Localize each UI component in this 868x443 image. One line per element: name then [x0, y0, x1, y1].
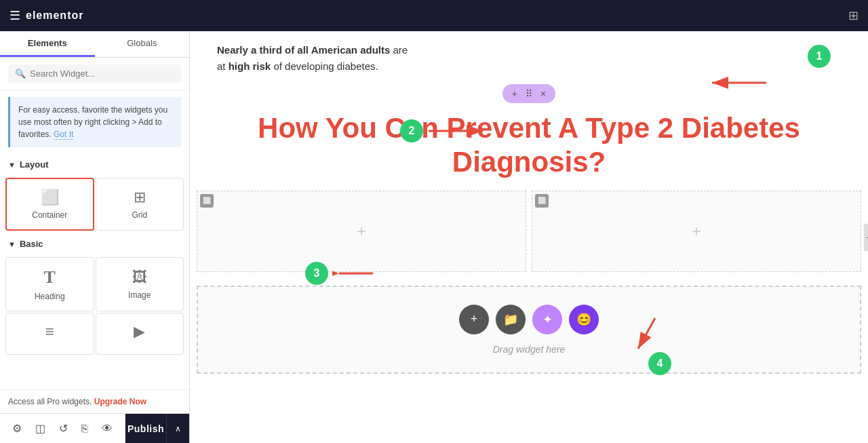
- upgrade-link[interactable]: Upgrade Now: [94, 397, 146, 406]
- search-box: 🔍: [8, 64, 181, 83]
- annotation-1: 1: [808, 45, 831, 68]
- widget-grid-label: Grid: [132, 210, 147, 220]
- pro-notice: Access all Pro widgets. Upgrade Now: [0, 389, 189, 413]
- tab-globals[interactable]: Globals: [95, 31, 190, 57]
- search-icon: 🔍: [15, 69, 26, 79]
- col1-plus[interactable]: +: [357, 222, 366, 241]
- widget-grid[interactable]: ⊞ Grid: [96, 178, 184, 231]
- pro-notice-text: Access all Pro widgets.: [8, 397, 92, 406]
- top-bar: ☰ elementor ⊞: [0, 0, 868, 31]
- favorites-text: For easy access, favorite the widgets yo…: [18, 105, 167, 139]
- widget-4[interactable]: ▶: [96, 313, 184, 355]
- publish-button[interactable]: Publish: [125, 414, 166, 443]
- drop-zone: + 📁 ✦ 😊 Drag widget here: [197, 286, 861, 374]
- panel-tabs: Elements Globals: [0, 31, 189, 58]
- templates-button[interactable]: ⎘: [76, 419, 94, 439]
- section-basic-label: Basic: [20, 239, 43, 249]
- got-it-link[interactable]: Got It: [54, 130, 73, 140]
- column-toolbar: + ⠿ ×: [502, 84, 555, 103]
- heading-icon: T: [44, 267, 56, 288]
- app-title: elementor: [26, 9, 83, 22]
- section-layout-label: Layout: [20, 159, 49, 170]
- widget-container[interactable]: ⬜ Container: [5, 178, 94, 231]
- widget-heading-label: Heading: [35, 292, 65, 301]
- col2-handle[interactable]: ⬜: [535, 194, 549, 208]
- drop-zone-buttons: + 📁 ✦ 😊: [459, 305, 599, 334]
- drop-zone-label: Drag widget here: [493, 344, 566, 355]
- widget-image-label: Image: [128, 290, 151, 300]
- col1-handle[interactable]: ⬜: [200, 194, 214, 208]
- settings-button[interactable]: ⚙: [7, 418, 27, 439]
- publish-section: Publish ∧: [125, 414, 189, 443]
- bottom-tools: ⚙ ◫ ↺ ⎘ 👁: [0, 414, 125, 443]
- article-title: How You Can Prevent A Type 2 Diabetes Di…: [190, 106, 868, 191]
- dz-emoji-button[interactable]: 😊: [569, 305, 599, 334]
- image-icon: 🖼: [132, 269, 147, 286]
- annotation-1-circle: 1: [808, 45, 831, 68]
- canvas-area: ◀ Nearly a third of all American adults …: [190, 31, 868, 443]
- column-1[interactable]: ⬜ +: [197, 191, 526, 272]
- main-layout: Elements Globals 🔍 For easy access, favo…: [0, 31, 868, 443]
- col-add-button[interactable]: +: [509, 87, 520, 100]
- widget4-icon: ▶: [134, 323, 145, 341]
- two-columns: ⬜ + ⬜ +: [197, 191, 861, 272]
- container-icon: ⬜: [41, 189, 59, 206]
- basic-widget-grid: T Heading 🖼 Image ≡ ▶: [0, 254, 189, 358]
- annotation-2: 2: [400, 119, 496, 142]
- history-button[interactable]: ↺: [54, 418, 73, 439]
- article-header-bold2: high risk: [229, 60, 271, 72]
- collapse-handle[interactable]: ◀: [864, 224, 868, 251]
- layers-button[interactable]: ◫: [30, 418, 51, 439]
- canvas-content: Nearly a third of all American adults ar…: [190, 31, 868, 443]
- article-header-bold: Nearly a third of all American adults: [217, 44, 390, 56]
- tab-elements[interactable]: Elements: [0, 31, 95, 57]
- arrow-1: [698, 69, 780, 99]
- annotation-2-circle: 2: [400, 119, 423, 142]
- annotation-4: 4: [648, 352, 671, 375]
- preview-button[interactable]: 👁: [96, 419, 118, 439]
- hamburger-icon[interactable]: ☰: [9, 8, 20, 23]
- col-close-button[interactable]: ×: [538, 87, 549, 100]
- annotation-3-circle: 3: [305, 262, 328, 285]
- grid-widget-icon: ⊞: [134, 189, 146, 206]
- dz-add-button[interactable]: +: [459, 305, 489, 334]
- col-move-button[interactable]: ⠿: [523, 87, 535, 100]
- dz-magic-button[interactable]: ✦: [532, 305, 562, 334]
- left-panel: Elements Globals 🔍 For easy access, favo…: [0, 31, 190, 443]
- widget3-icon: ≡: [45, 323, 54, 341]
- bottom-toolbar: ⚙ ◫ ↺ ⎘ 👁 Publish ∧: [0, 413, 189, 443]
- chevron-down-icon: ▼: [8, 161, 16, 169]
- column-2[interactable]: ⬜ +: [532, 191, 861, 272]
- widget-3[interactable]: ≡: [5, 313, 94, 355]
- favorites-notice: For easy access, favorite the widgets yo…: [8, 97, 181, 147]
- section-basic-header[interactable]: ▼ Basic: [0, 233, 189, 254]
- dz-folder-button[interactable]: 📁: [496, 305, 526, 334]
- widget-container-label: Container: [32, 210, 67, 220]
- publish-chevron-button[interactable]: ∧: [166, 414, 189, 443]
- widget-heading[interactable]: T Heading: [5, 257, 94, 311]
- chevron-down-icon-2: ▼: [8, 240, 16, 248]
- article-header-rest: of developing diabetes.: [273, 60, 378, 72]
- search-container: 🔍: [0, 58, 189, 90]
- col2-plus[interactable]: +: [692, 222, 701, 241]
- layout-widget-grid: ⬜ Container ⊞ Grid: [0, 175, 189, 233]
- section-layout-header[interactable]: ▼ Layout: [0, 154, 189, 175]
- search-input[interactable]: [30, 69, 174, 79]
- grid-icon[interactable]: ⊞: [848, 8, 859, 23]
- annotation-3: 3: [305, 262, 380, 285]
- widget-image[interactable]: 🖼 Image: [96, 257, 184, 311]
- svg-line-7: [638, 318, 655, 349]
